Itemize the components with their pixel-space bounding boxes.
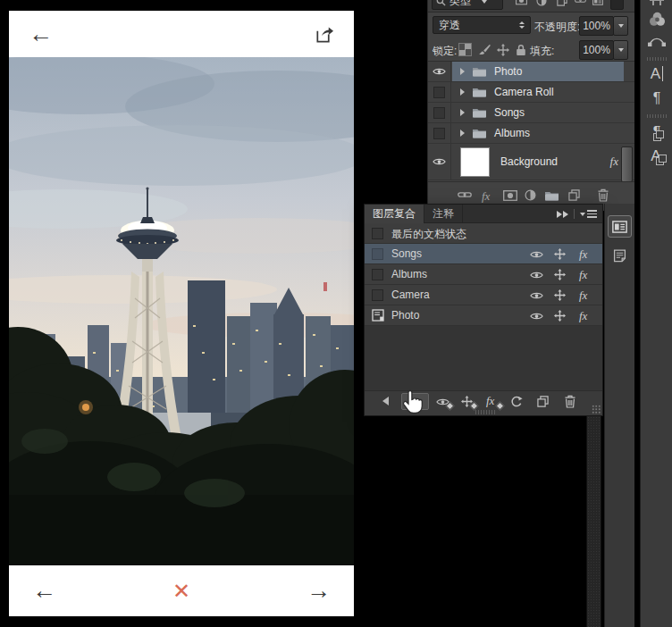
dock-group-grip[interactable] — [647, 57, 667, 61]
dock-group-grip[interactable] — [647, 114, 667, 118]
character-styles-panel-icon[interactable]: A — [641, 148, 672, 163]
layer-comps-panel-button[interactable] — [608, 215, 632, 238]
prev-arrow-icon[interactable]: ← — [32, 579, 56, 603]
eye-icon[interactable] — [530, 312, 543, 321]
opacity-dropdown-button[interactable] — [613, 16, 628, 36]
filter-smartobject-icon[interactable] — [592, 0, 603, 6]
adjustment-layer-icon[interactable] — [525, 189, 536, 201]
panel-drag-grip[interactable] — [475, 410, 495, 414]
filter-kind-dropdown[interactable]: 类型 — [432, 0, 503, 10]
layer-thumbnail[interactable] — [460, 147, 490, 177]
move-icon[interactable] — [554, 310, 566, 322]
eye-icon[interactable] — [530, 271, 543, 280]
comp-row-photo[interactable]: Photo fx — [365, 305, 602, 326]
link-layers-icon[interactable] — [458, 190, 472, 199]
filter-pixel-icon[interactable] — [516, 0, 527, 5]
layer-row-camera-roll[interactable]: Camera Roll — [428, 82, 634, 103]
tab-layer-comps[interactable]: 图层复合 — [365, 205, 424, 223]
comp-applied-icon[interactable] — [372, 309, 384, 322]
paragraph-styles-panel-icon[interactable]: ¶ — [641, 125, 672, 139]
delete-comp-trash-icon[interactable] — [564, 395, 576, 408]
lock-position-move-icon[interactable] — [497, 44, 509, 56]
comp-row-albums[interactable]: Albums fx — [365, 264, 602, 285]
move-icon[interactable] — [554, 248, 566, 260]
comp-row-last-document-state[interactable]: 最后的文档状态 — [365, 223, 602, 244]
mockup-bottom-bar: ← ✕ → — [9, 565, 354, 616]
color-panel-icon[interactable] — [641, 12, 672, 27]
visibility-toggle[interactable] — [428, 123, 451, 143]
expand-triangle-icon[interactable] — [460, 88, 465, 96]
comp-row-songs[interactable]: Songs fx — [365, 244, 602, 264]
opacity-value-field[interactable]: 100% — [579, 16, 614, 36]
expand-triangle-icon[interactable] — [460, 68, 465, 75]
photo-space-needle — [9, 57, 354, 565]
hand-pointer-cursor — [401, 389, 424, 416]
note-icon — [613, 249, 626, 263]
lock-transparency-icon[interactable] — [458, 43, 472, 56]
apply-checkbox[interactable] — [372, 228, 383, 239]
move-icon[interactable] — [554, 289, 566, 301]
layer-row-photo[interactable]: Photo — [428, 62, 634, 82]
diamond-badge — [446, 402, 455, 411]
fx-icon[interactable]: fx — [579, 247, 587, 262]
next-arrow-icon[interactable]: → — [307, 579, 331, 603]
notes-panel-button[interactable] — [610, 246, 629, 266]
visibility-toggle[interactable] — [428, 62, 451, 81]
expand-triangle-icon[interactable] — [460, 109, 465, 116]
panel-tab-bar: 图层复合 注释 — [365, 205, 602, 223]
delete-layer-trash-icon[interactable] — [597, 188, 609, 202]
blend-mode-dropdown[interactable]: 穿透 — [433, 16, 531, 34]
expand-triangle-icon[interactable] — [460, 130, 465, 137]
add-mask-icon[interactable] — [503, 190, 517, 201]
update-appearance-fx-icon[interactable]: fx — [486, 394, 494, 408]
layer-style-fx-button[interactable]: fx — [482, 189, 490, 204]
panel-menu-icon[interactable] — [580, 210, 597, 218]
mockup-top-bar: ← — [9, 11, 354, 57]
panel-resize-grip[interactable] — [592, 405, 601, 414]
filter-toggle-button[interactable] — [610, 0, 624, 10]
fx-icon[interactable]: fx — [579, 288, 587, 303]
lock-all-padlock-icon[interactable] — [516, 44, 526, 56]
lock-paint-brush-icon[interactable] — [478, 44, 491, 56]
apply-previous-comp-icon[interactable] — [382, 397, 389, 405]
tab-notes[interactable]: 注释 — [424, 205, 463, 223]
back-arrow-icon[interactable]: ← — [29, 22, 53, 46]
layer-row-songs[interactable]: Songs — [428, 103, 634, 123]
filter-type-icon[interactable] — [557, 0, 567, 6]
move-icon[interactable] — [554, 269, 566, 280]
collapse-panel-icon[interactable] — [557, 211, 568, 218]
apply-checkbox[interactable] — [372, 269, 383, 280]
visibility-toggle[interactable] — [428, 144, 451, 180]
fx-icon[interactable]: fx — [579, 268, 587, 282]
new-group-folder-icon[interactable] — [544, 190, 559, 201]
visibility-toggle[interactable] — [428, 103, 451, 122]
paths-pen-panel-icon[interactable] — [641, 34, 672, 47]
layer-row-albums[interactable]: Albums — [428, 123, 634, 144]
paragraph-panel-icon[interactable]: ¶ — [641, 91, 672, 105]
eye-icon[interactable] — [530, 250, 543, 259]
layer-row-background[interactable]: Background fx — [428, 144, 634, 180]
apply-checkbox[interactable] — [372, 289, 383, 301]
eye-icon[interactable] — [530, 291, 543, 300]
group-folder-icon — [472, 107, 487, 118]
new-comp-icon[interactable] — [537, 396, 549, 407]
share-icon[interactable] — [314, 24, 334, 45]
eye-empty-box — [433, 107, 445, 119]
apply-checkbox[interactable] — [372, 248, 383, 260]
layers-scrollbar-thumb[interactable] — [621, 146, 633, 182]
fx-badge[interactable]: fx — [610, 155, 618, 169]
eye-icon — [433, 67, 446, 76]
fill-value-field[interactable]: 100% — [579, 40, 614, 60]
visibility-toggle[interactable] — [428, 82, 451, 102]
fill-dropdown-button[interactable] — [613, 40, 628, 60]
fx-icon[interactable]: fx — [579, 309, 587, 323]
filter-shape-icon[interactable] — [575, 0, 586, 5]
clipped-panel-icon[interactable] — [641, 0, 672, 5]
document-scrollbar[interactable] — [586, 416, 601, 627]
comp-row-camera[interactable]: Camera fx — [365, 285, 602, 305]
filter-adjustment-icon[interactable] — [536, 0, 547, 6]
new-layer-icon[interactable] — [568, 189, 580, 201]
character-panel-icon[interactable]: A — [641, 66, 672, 81]
close-x-icon[interactable]: ✕ — [172, 581, 190, 602]
update-comp-refresh-icon[interactable] — [510, 396, 523, 408]
